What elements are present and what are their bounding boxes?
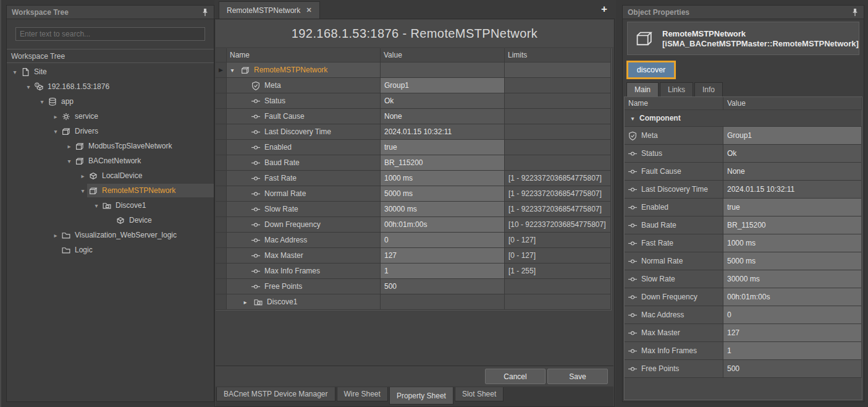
- discover-button[interactable]: discover: [626, 61, 676, 79]
- property-row-meta[interactable]: MetaGroup1: [216, 78, 611, 93]
- value-cell[interactable]: 1: [381, 263, 505, 279]
- row-gutter[interactable]: [216, 109, 227, 124]
- name-cell[interactable]: Meta: [227, 78, 381, 93]
- property-row-slow-rate[interactable]: Slow Rate30000 ms[1 - 922337203685477580…: [216, 202, 611, 217]
- value-cell[interactable]: 1000 ms: [723, 234, 862, 252]
- tree-item-192-168-1-53-1876[interactable]: ▾192.168.1.53:1876: [7, 79, 214, 94]
- row-gutter[interactable]: [216, 140, 227, 155]
- value-cell[interactable]: BR_115200: [723, 216, 862, 234]
- value-cell[interactable]: 0: [723, 306, 862, 324]
- name-cell[interactable]: ▾RemoteMSTPNetwork: [227, 62, 381, 78]
- property-row-max-info-frames[interactable]: Max Info Frames1: [625, 342, 862, 360]
- expander-icon[interactable]: ▸: [241, 299, 250, 306]
- name-cell[interactable]: Max Master: [227, 248, 381, 263]
- row-gutter[interactable]: [216, 217, 227, 233]
- tree-item-visualization-webserver-logic[interactable]: ▸Visualization_WebServer_logic: [7, 228, 214, 242]
- name-cell[interactable]: Meta: [625, 127, 723, 145]
- name-cell[interactable]: Fault Cause: [227, 109, 381, 124]
- property-row-fault-cause[interactable]: Fault CauseNone: [216, 109, 611, 124]
- view-tab-bacnet-mstp-device-manager[interactable]: BACnet MSTP Device Manager: [216, 387, 335, 401]
- value-cell[interactable]: 5000 ms: [723, 252, 862, 270]
- row-gutter[interactable]: [216, 248, 227, 263]
- name-cell[interactable]: Max Info Frames: [227, 263, 381, 279]
- property-row-status[interactable]: StatusOk: [216, 93, 611, 109]
- expander-icon[interactable]: ▾: [51, 128, 60, 135]
- expander-icon[interactable]: ▾: [11, 69, 19, 75]
- properties-tab-info[interactable]: Info: [694, 82, 723, 96]
- property-row-mac-address[interactable]: Mac Address0: [625, 306, 862, 324]
- add-tab-icon[interactable]: +: [601, 4, 607, 14]
- property-row-remotemstpnetwork[interactable]: ▶▾RemoteMSTPNetwork: [216, 62, 611, 78]
- expander-icon[interactable]: ▾: [628, 115, 637, 122]
- name-cell[interactable]: Last Discovery Time: [227, 124, 381, 140]
- name-cell[interactable]: Normal Rate: [227, 186, 381, 202]
- value-cell[interactable]: 5000 ms: [381, 186, 505, 202]
- tree-item-device[interactable]: Device: [7, 213, 214, 228]
- name-cell[interactable]: Enabled: [227, 140, 381, 155]
- row-gutter[interactable]: ▶: [216, 62, 227, 78]
- tree-item-drivers[interactable]: ▾Drivers: [7, 124, 214, 139]
- property-row-max-master[interactable]: Max Master127[0 - 127]: [216, 248, 611, 263]
- name-cell[interactable]: Baud Rate: [227, 155, 381, 171]
- row-gutter[interactable]: [216, 155, 227, 171]
- name-cell[interactable]: Fault Cause: [625, 163, 723, 181]
- name-cell[interactable]: Fast Rate: [625, 234, 723, 252]
- property-row-slow-rate[interactable]: Slow Rate30000 ms: [625, 270, 862, 288]
- tree-item-logic[interactable]: Logic: [7, 242, 214, 257]
- name-cell[interactable]: Last Discovery Time: [625, 181, 723, 199]
- name-cell[interactable]: Baud Rate: [625, 216, 723, 234]
- row-gutter[interactable]: [216, 186, 227, 202]
- value-cell[interactable]: 30000 ms: [381, 202, 505, 217]
- name-cell[interactable]: Normal Rate: [625, 252, 723, 270]
- save-button[interactable]: Save: [547, 369, 608, 384]
- value-cell[interactable]: BR_115200: [381, 155, 505, 171]
- property-row-baud-rate[interactable]: Baud RateBR_115200: [625, 216, 862, 234]
- property-row-discove1[interactable]: ▸Discove1: [216, 294, 611, 310]
- cancel-button[interactable]: Cancel: [485, 369, 546, 384]
- value-cell[interactable]: 0: [381, 233, 505, 248]
- value-cell[interactable]: 127: [381, 248, 505, 263]
- row-gutter[interactable]: [216, 233, 227, 248]
- property-row-max-info-frames[interactable]: Max Info Frames1[1 - 255]: [216, 263, 611, 279]
- property-row-fast-rate[interactable]: Fast Rate1000 ms[1 - 9223372036854775807…: [216, 171, 611, 186]
- name-cell[interactable]: Enabled: [625, 199, 723, 216]
- expander-icon[interactable]: ▾: [38, 98, 46, 105]
- pin-icon[interactable]: [851, 8, 859, 17]
- expander-icon[interactable]: ▸: [51, 113, 60, 120]
- tree-item-app[interactable]: ▾app: [7, 94, 214, 109]
- expander-icon[interactable]: ▸: [78, 173, 87, 179]
- property-row-down-frequency[interactable]: Down Frequency00h:01m:00s[10 - 922337203…: [216, 217, 611, 233]
- value-cell[interactable]: Group1: [381, 78, 505, 93]
- property-row-normal-rate[interactable]: Normal Rate5000 ms[1 - 92233720368547758…: [216, 186, 611, 202]
- expander-icon[interactable]: ▾: [92, 202, 101, 209]
- property-row-enabled[interactable]: Enabledtrue: [625, 199, 862, 216]
- close-icon[interactable]: ✕: [306, 6, 311, 14]
- value-cell[interactable]: 00h:01m:00s: [381, 217, 505, 233]
- tree-item-service[interactable]: ▸service: [7, 109, 214, 124]
- property-row-normal-rate[interactable]: Normal Rate5000 ms: [625, 252, 862, 270]
- value-cell[interactable]: 1000 ms: [381, 171, 505, 186]
- row-gutter[interactable]: [216, 202, 227, 217]
- expander-icon[interactable]: ▸: [51, 232, 60, 239]
- name-cell[interactable]: Down Frequency: [227, 217, 381, 233]
- expander-icon[interactable]: ▾: [228, 67, 237, 74]
- property-row-max-master[interactable]: Max Master127: [625, 324, 862, 342]
- property-row-enabled[interactable]: Enabledtrue: [216, 140, 611, 155]
- name-cell[interactable]: Slow Rate: [227, 202, 381, 217]
- name-cell[interactable]: ▸Discove1: [227, 294, 381, 310]
- view-tab-property-sheet[interactable]: Property Sheet: [389, 387, 453, 405]
- name-cell[interactable]: Free Points: [227, 279, 381, 294]
- pin-icon[interactable]: [201, 8, 209, 17]
- tree-item-bacnetnetwork[interactable]: ▾BACnetNetwork: [7, 153, 214, 168]
- name-cell[interactable]: Slow Rate: [625, 270, 723, 288]
- value-cell[interactable]: 1: [723, 342, 862, 360]
- property-row-down-frequency[interactable]: Down Frequency00h:01m:00s: [625, 288, 862, 306]
- property-row-free-points[interactable]: Free Points500: [216, 279, 611, 294]
- row-gutter[interactable]: [216, 171, 227, 186]
- tree-item-remotemstpnetwork[interactable]: ▾RemoteMSTPNetwork: [7, 183, 214, 198]
- search-input[interactable]: [15, 27, 205, 41]
- value-cell[interactable]: Group1: [723, 127, 862, 145]
- tree-item-site[interactable]: ▾Site: [7, 64, 214, 79]
- name-cell[interactable]: Status: [625, 145, 723, 163]
- row-gutter[interactable]: [216, 78, 227, 93]
